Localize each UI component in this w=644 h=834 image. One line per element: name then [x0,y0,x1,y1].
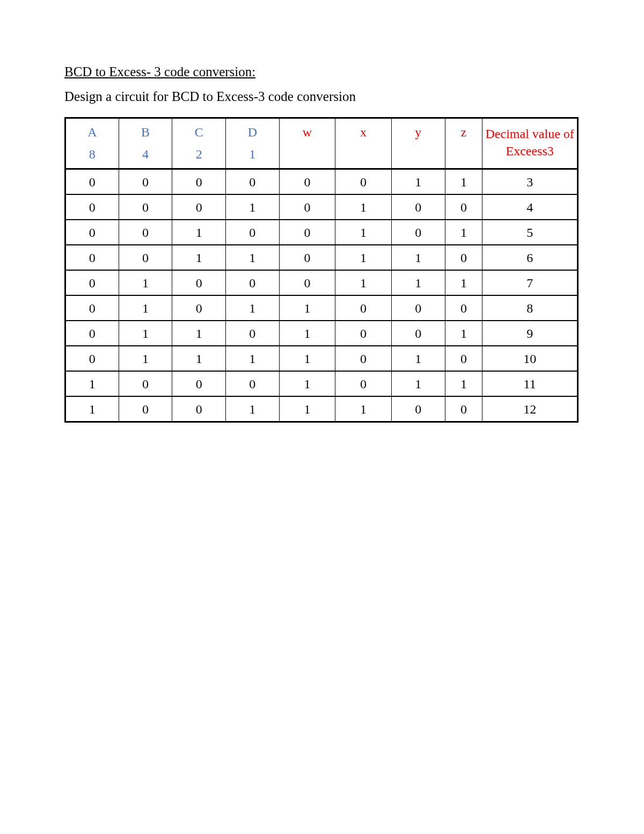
cell-z: 1 [445,220,482,245]
cell-y: 0 [391,194,445,220]
cell-d: 1 [225,194,279,220]
cell-dec: 8 [482,295,578,321]
cell-dec: 12 [482,396,578,422]
cell-d: 1 [225,295,279,321]
header-a: A 8 [65,118,119,169]
cell-y: 0 [391,220,445,245]
table-row: 1000101111 [65,371,578,396]
cell-z: 1 [445,169,482,195]
cell-x: 0 [335,295,392,321]
cell-x: 1 [335,194,392,220]
cell-w: 0 [279,245,335,270]
cell-d: 0 [225,169,279,195]
table-header-row: A 8 B 4 C 2 D 1 w x y z Decimal value of… [65,118,578,169]
table-row: 001101106 [65,245,578,270]
cell-d: 1 [225,396,279,422]
cell-c: 1 [172,346,226,371]
cell-dec: 7 [482,270,578,295]
cell-b: 1 [119,270,172,295]
cell-x: 1 [335,220,392,245]
cell-a: 0 [65,220,119,245]
cell-c: 1 [172,220,226,245]
cell-y: 0 [391,321,445,346]
cell-b: 0 [119,396,172,422]
cell-dec: 3 [482,169,578,195]
cell-x: 0 [335,346,392,371]
cell-z: 0 [445,396,482,422]
table-row: 0111101010 [65,346,578,371]
header-d-weight: 1 [228,147,277,162]
cell-w: 0 [279,220,335,245]
cell-dec: 6 [482,245,578,270]
cell-z: 0 [445,194,482,220]
table-row: 000101004 [65,194,578,220]
cell-y: 1 [391,346,445,371]
cell-y: 0 [391,396,445,422]
cell-y: 1 [391,169,445,195]
cell-x: 0 [335,321,392,346]
header-b-label: B [121,125,170,140]
cell-w: 0 [279,169,335,195]
cell-w: 1 [279,371,335,396]
cell-b: 0 [119,371,172,396]
table-row: 000000113 [65,169,578,195]
cell-w: 1 [279,346,335,371]
header-a-label: A [68,125,116,140]
cell-a: 0 [65,270,119,295]
cell-y: 1 [391,270,445,295]
cell-c: 0 [172,270,226,295]
cell-dec: 5 [482,220,578,245]
cell-b: 0 [119,194,172,220]
cell-c: 1 [172,245,226,270]
cell-b: 0 [119,169,172,195]
cell-a: 0 [65,194,119,220]
cell-x: 1 [335,270,392,295]
cell-x: 0 [335,371,392,396]
cell-a: 0 [65,245,119,270]
header-d-label: D [228,125,277,140]
cell-z: 0 [445,346,482,371]
cell-y: 1 [391,245,445,270]
cell-d: 0 [225,220,279,245]
cell-d: 0 [225,371,279,396]
table-row: 010110008 [65,295,578,321]
header-w: w [279,118,335,169]
cell-a: 0 [65,169,119,195]
cell-dec: 9 [482,321,578,346]
cell-w: 1 [279,396,335,422]
cell-b: 0 [119,245,172,270]
cell-a: 0 [65,295,119,321]
cell-c: 0 [172,194,226,220]
table-row: 1001110012 [65,396,578,422]
cell-a: 1 [65,371,119,396]
cell-w: 1 [279,295,335,321]
cell-z: 1 [445,371,482,396]
cell-z: 0 [445,245,482,270]
cell-y: 1 [391,371,445,396]
header-b: B 4 [119,118,172,169]
header-c-label: C [174,125,223,140]
cell-a: 0 [65,321,119,346]
cell-c: 0 [172,396,226,422]
cell-a: 1 [65,396,119,422]
header-b-weight: 4 [121,147,170,162]
cell-b: 1 [119,346,172,371]
cell-c: 0 [172,371,226,396]
table-row: 011010019 [65,321,578,346]
page-title: BCD to Excess- 3 code conversion: [64,64,580,79]
cell-x: 1 [335,245,392,270]
cell-d: 1 [225,346,279,371]
cell-dec: 11 [482,371,578,396]
cell-dec: 4 [482,194,578,220]
cell-z: 0 [445,295,482,321]
cell-d: 0 [225,321,279,346]
cell-w: 0 [279,270,335,295]
cell-c: 0 [172,295,226,321]
header-decimal: Decimal value of Exceess3 [482,118,578,169]
page-subtitle: Design a circuit for BCD to Excess-3 cod… [64,89,580,104]
table-row: 001001015 [65,220,578,245]
cell-x: 1 [335,396,392,422]
header-x: x [335,118,392,169]
cell-w: 0 [279,194,335,220]
cell-b: 1 [119,295,172,321]
